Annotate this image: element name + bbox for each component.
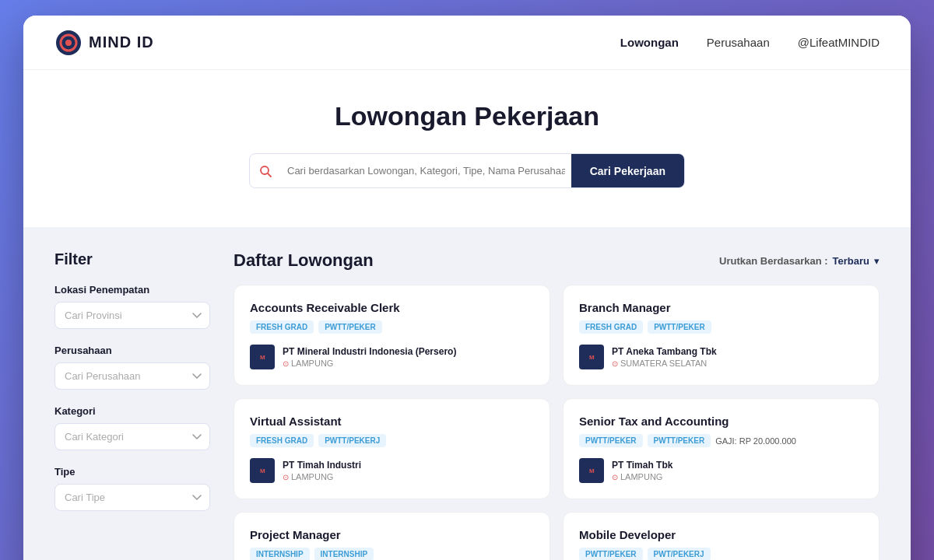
tipe-select[interactable]: Cari Tipe (54, 484, 210, 511)
company-row-1: M PT Aneka Tambang Tbk ⊙ SUMATERA SELATA… (579, 345, 863, 369)
company-location-0: ⊙ LAMPUNG (283, 359, 456, 368)
filter-title: Filter (54, 250, 210, 268)
job-title-0: Accounts Receivable Clerk (250, 301, 534, 314)
search-button[interactable]: Cari Pekerjaan (571, 154, 684, 187)
job-title-5: Mobile Developer (579, 528, 863, 541)
sidebar: Filter Lokasi Penempatan Cari Provinsi P… (54, 250, 210, 560)
location-icon-0: ⊙ (283, 359, 289, 368)
logo-area: MIND ID (54, 29, 154, 57)
listings-section: Daftar Lowongan Urutkan Berdasarkan : Te… (234, 250, 880, 560)
listings-header: Daftar Lowongan Urutkan Berdasarkan : Te… (234, 250, 880, 271)
tag-internship-4b: INTERNSHIP (314, 548, 374, 560)
lokasi-select[interactable]: Cari Provinsi (54, 302, 210, 329)
company-logo-2: M (250, 458, 275, 483)
listings-title: Daftar Lowongan (234, 250, 374, 271)
tag-gaji-3: Gaji: Rp 20.000.000 (715, 436, 796, 446)
job-card-3[interactable]: Senior Tax and Accounting PWTT/PEKER PWT… (563, 398, 880, 499)
job-title-3: Senior Tax and Accounting (579, 415, 863, 428)
filter-perusahaan-label: Perusahaan (54, 345, 210, 356)
job-title-2: Virtual Assistant (250, 415, 534, 428)
company-logo-1: M (579, 345, 604, 369)
search-input[interactable] (281, 154, 571, 187)
job-title-1: Branch Manager (579, 301, 863, 314)
search-bar: Cari Pekerjaan (249, 153, 685, 188)
company-name-2: PT Timah Industri (283, 460, 361, 471)
job-tags-1: FRESH GRAD PWTT/PEKER (579, 320, 863, 334)
main-nav: Lowongan Perusahaan @LifeatMINDID (620, 36, 880, 49)
nav-lifeat[interactable]: @LifeatMINDID (798, 36, 880, 49)
sort-chevron-icon[interactable]: ▾ (874, 255, 880, 267)
tag-pwtt-2: PWTT/PEKERJ (318, 434, 386, 447)
job-card-1[interactable]: Branch Manager FRESH GRAD PWTT/PEKER M P… (563, 285, 880, 386)
job-card-4[interactable]: Project Manager INTERNSHIP INTERNSHIP M … (234, 512, 550, 560)
job-tags-0: FRESH GRAD PWTT/PEKER (250, 320, 534, 334)
tag-pwtt-1: PWTT/PEKER (648, 320, 711, 334)
tag-internship-4a: INTERNSHIP (250, 548, 310, 560)
company-location-3: ⊙ LAMPUNG (612, 472, 672, 481)
tag-pwtt-3a: PWTT/PEKER (579, 434, 643, 447)
company-logo-0: M (250, 345, 275, 369)
filter-perusahaan: Perusahaan Cari Perusahaan (54, 345, 210, 390)
header: MIND ID Lowongan Perusahaan @LifeatMINDI… (23, 16, 911, 70)
tag-fresh-0: FRESH GRAD (250, 320, 314, 334)
tag-pwtt-0: PWTT/PEKER (318, 320, 382, 334)
filter-tipe-label: Tipe (54, 466, 210, 478)
perusahaan-select[interactable]: Cari Perusahaan (54, 362, 210, 390)
company-info-2: PT Timah Industri ⊙ LAMPUNG (283, 460, 361, 481)
job-card-2[interactable]: Virtual Assistant FRESH GRAD PWTT/PEKERJ… (234, 398, 550, 499)
app-window: MIND ID Lowongan Perusahaan @LifeatMINDI… (23, 16, 911, 560)
logo-text: MIND ID (89, 33, 154, 51)
nav-perusahaan[interactable]: Perusahaan (707, 36, 770, 49)
tag-pwtt-3b: PWTT/PEKER (648, 434, 711, 447)
company-row-0: M PT Mineral Industri Indonesia (Persero… (250, 345, 534, 369)
hero-section: Lowongan Pekerjaan Cari Pekerjaan (23, 70, 911, 227)
hero-title: Lowongan Pekerjaan (39, 101, 895, 131)
company-row-2: M PT Timah Industri ⊙ LAMPUNG (250, 458, 534, 483)
main-content: Filter Lokasi Penempatan Cari Provinsi P… (23, 227, 911, 560)
kategori-select[interactable]: Cari Kategori (54, 423, 210, 450)
company-location-2: ⊙ LAMPUNG (283, 472, 361, 481)
filter-lokasi: Lokasi Penempatan Cari Provinsi (54, 284, 210, 329)
tag-fresh-2: FRESH GRAD (250, 434, 314, 447)
company-location-1: ⊙ SUMATERA SELATAN (612, 359, 717, 368)
filter-tipe: Tipe Cari Tipe (54, 466, 210, 511)
job-title-4: Project Manager (250, 528, 534, 541)
job-tags-2: FRESH GRAD PWTT/PEKERJ (250, 434, 534, 447)
job-tags-5: PWTT/PEKER PWT/PEKERJ (579, 548, 863, 560)
job-grid: Accounts Receivable Clerk FRESH GRAD PWT… (234, 285, 880, 560)
company-info-3: PT Timah Tbk ⊙ LAMPUNG (612, 460, 672, 481)
filter-kategori: Kategori Cari Kategori (54, 405, 210, 450)
svg-line-4 (268, 173, 271, 177)
company-info-0: PT Mineral Industri Indonesia (Persero) … (283, 346, 456, 368)
job-tags-3: PWTT/PEKER PWTT/PEKER Gaji: Rp 20.000.00… (579, 434, 863, 447)
svg-point-2 (65, 40, 72, 46)
search-icon (250, 154, 281, 187)
job-card-0[interactable]: Accounts Receivable Clerk FRESH GRAD PWT… (234, 285, 550, 386)
nav-lowongan[interactable]: Lowongan (620, 36, 679, 49)
tag-fresh-1: FRESH GRAD (579, 320, 643, 334)
company-row-3: M PT Timah Tbk ⊙ LAMPUNG (579, 458, 863, 483)
tag-pwtt-5a: PWTT/PEKER (579, 548, 643, 560)
logo-icon (54, 29, 83, 57)
filter-kategori-label: Kategori (54, 405, 210, 417)
location-icon-2: ⊙ (283, 473, 289, 481)
company-info-1: PT Aneka Tambang Tbk ⊙ SUMATERA SELATAN (612, 346, 717, 368)
sort-value[interactable]: Terbaru (833, 255, 869, 267)
company-logo-3: M (579, 458, 604, 483)
filter-lokasi-label: Lokasi Penempatan (54, 284, 210, 296)
tag-pwtt-5b: PWT/PEKERJ (648, 548, 711, 560)
company-name-0: PT Mineral Industri Indonesia (Persero) (283, 346, 456, 357)
sort-area: Urutkan Berdasarkan : Terbaru ▾ (719, 255, 880, 267)
company-name-1: PT Aneka Tambang Tbk (612, 346, 717, 357)
company-name-3: PT Timah Tbk (612, 460, 672, 471)
location-icon-3: ⊙ (612, 473, 618, 481)
sort-label: Urutkan Berdasarkan : (719, 255, 827, 267)
job-card-5[interactable]: Mobile Developer PWTT/PEKER PWT/PEKERJ M… (563, 512, 880, 560)
location-icon-1: ⊙ (612, 359, 618, 368)
job-tags-4: INTERNSHIP INTERNSHIP (250, 548, 534, 560)
